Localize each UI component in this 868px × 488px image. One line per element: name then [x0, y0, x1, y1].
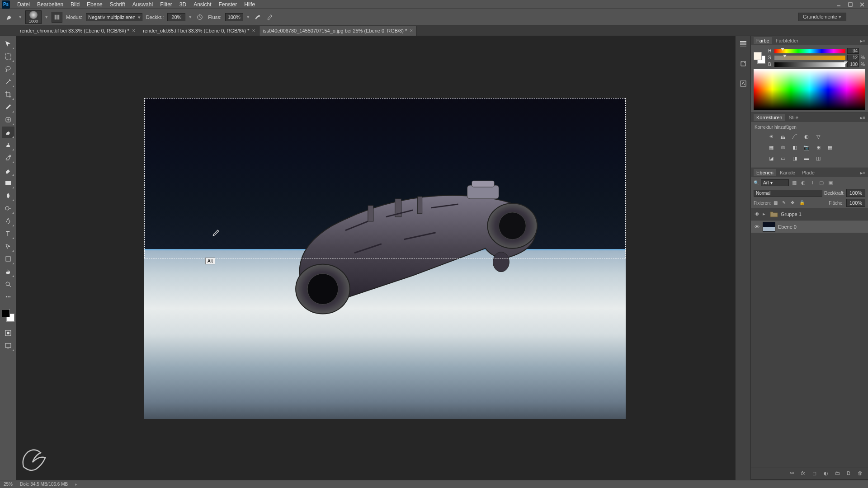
- history-brush-tool[interactable]: [2, 152, 14, 164]
- selective-color-icon[interactable]: ◫: [814, 154, 822, 162]
- lock-position-icon[interactable]: ✥: [791, 200, 797, 206]
- lock-all-icon[interactable]: 🔒: [799, 200, 805, 206]
- channel-mixer-icon[interactable]: ⊞: [814, 143, 822, 151]
- more-tools[interactable]: [2, 291, 14, 303]
- menu-schrift[interactable]: Schrift: [106, 0, 129, 9]
- tab-farbfelder[interactable]: Farbfelder: [773, 37, 801, 44]
- layer-blend-mode[interactable]: Normal: [754, 190, 822, 197]
- brush-tool[interactable]: [2, 127, 14, 138]
- minimize-button[interactable]: [833, 0, 844, 9]
- maximize-button[interactable]: [844, 0, 856, 9]
- menu-bearbeiten[interactable]: Bearbeiten: [33, 0, 67, 9]
- filter-shape-icon[interactable]: ▢: [818, 179, 825, 186]
- filter-adjust-icon[interactable]: ◐: [800, 179, 807, 186]
- quick-mask-tool[interactable]: [2, 327, 14, 339]
- saturation-input[interactable]: 12: [847, 55, 859, 61]
- layer-mask-icon[interactable]: ◻: [812, 470, 819, 477]
- dodge-tool[interactable]: [2, 202, 14, 214]
- brightness-contrast-icon[interactable]: ☀: [767, 132, 775, 141]
- tab-ebenen[interactable]: Ebenen: [754, 169, 776, 176]
- history-panel-icon[interactable]: [738, 39, 748, 49]
- photo-filter-icon[interactable]: 📷: [802, 143, 811, 151]
- black-white-icon[interactable]: ◧: [791, 143, 799, 151]
- toggle-brush-panel-icon[interactable]: [52, 12, 62, 23]
- brightness-input[interactable]: 100: [847, 61, 859, 67]
- color-balance-icon[interactable]: ⚖: [779, 143, 787, 151]
- layer-name[interactable]: Gruppe 1: [781, 211, 802, 217]
- canvas[interactable]: Alt: [16, 36, 735, 480]
- adjustment-layer-icon[interactable]: ◐: [824, 470, 830, 477]
- fg-color-swatch[interactable]: [754, 52, 762, 60]
- flow-input[interactable]: 100%: [225, 13, 243, 21]
- move-tool[interactable]: [2, 38, 14, 50]
- posterize-icon[interactable]: ▭: [779, 154, 787, 162]
- type-tool[interactable]: T: [2, 228, 14, 239]
- foreground-background-color[interactable]: [2, 309, 14, 322]
- visibility-toggle[interactable]: 👁: [754, 211, 760, 217]
- pen-tool[interactable]: [2, 215, 14, 227]
- eyedropper-tool[interactable]: [2, 101, 14, 113]
- hue-input[interactable]: 34: [847, 48, 859, 54]
- levels-icon[interactable]: [779, 132, 787, 141]
- tab-pfade[interactable]: Pfade: [799, 169, 817, 176]
- magic-wand-tool[interactable]: [2, 76, 14, 88]
- screen-mode-tool[interactable]: [2, 340, 14, 352]
- doc-tab-1[interactable]: render_old.65.tif bei 33.3% (Ebene 0, RG…: [139, 26, 259, 36]
- doc-tab-0[interactable]: render_chrome.tif bei 33.3% (Ebene 0, RG…: [16, 26, 139, 36]
- gradient-tool[interactable]: [2, 177, 14, 189]
- zoom-level[interactable]: 25%: [4, 482, 13, 487]
- hue-slider[interactable]: [774, 49, 845, 53]
- workspace-switcher[interactable]: Grundelemente ▾: [798, 13, 846, 21]
- layer-row-group[interactable]: 👁 ▸ Gruppe 1: [751, 208, 868, 221]
- tab-farbe[interactable]: Farbe: [754, 37, 772, 44]
- lasso-tool[interactable]: [2, 63, 14, 75]
- eraser-tool[interactable]: [2, 164, 14, 176]
- menu-fenster[interactable]: Fenster: [215, 0, 241, 9]
- filter-smart-icon[interactable]: ▣: [827, 179, 834, 186]
- menu-ansicht[interactable]: Ansicht: [190, 0, 215, 9]
- shape-tool[interactable]: [2, 253, 14, 265]
- crop-tool[interactable]: [2, 89, 14, 100]
- panel-menu-icon[interactable]: ▸≡: [860, 38, 865, 43]
- vibrance-icon[interactable]: ▽: [814, 132, 822, 141]
- threshold-icon[interactable]: ◨: [791, 154, 799, 162]
- path-select-tool[interactable]: [2, 240, 14, 252]
- lock-transparency-icon[interactable]: ▩: [774, 200, 779, 206]
- close-icon[interactable]: ×: [132, 28, 135, 34]
- new-group-icon[interactable]: 🗀: [835, 470, 842, 477]
- layer-opacity-input[interactable]: 100%: [846, 189, 865, 197]
- panel-menu-icon[interactable]: ▸≡: [860, 170, 865, 175]
- layer-filter-type[interactable]: Art ▾: [761, 179, 789, 186]
- filter-pixel-icon[interactable]: ▩: [791, 179, 798, 186]
- doc-size-info[interactable]: Dok: 34.5 MB/106.6 MB: [20, 482, 68, 487]
- menu-ebene[interactable]: Ebene: [83, 0, 106, 9]
- current-tool-icon[interactable]: [4, 11, 15, 23]
- layer-name[interactable]: Ebene 0: [778, 224, 797, 230]
- brush-preset-picker[interactable]: 1000: [25, 10, 42, 24]
- lock-pixels-icon[interactable]: ✎: [782, 200, 788, 206]
- healing-brush-tool[interactable]: [2, 114, 14, 126]
- tab-kanaele[interactable]: Kanäle: [777, 169, 798, 176]
- airbrush-icon[interactable]: [253, 13, 262, 22]
- delete-layer-icon[interactable]: 🗑: [858, 470, 864, 477]
- character-panel-icon[interactable]: [738, 79, 748, 89]
- close-icon[interactable]: ×: [410, 28, 413, 34]
- layer-style-icon[interactable]: fx: [801, 470, 808, 477]
- menu-filter[interactable]: Filter: [156, 0, 176, 9]
- panel-menu-icon[interactable]: ▸≡: [860, 115, 865, 120]
- new-layer-icon[interactable]: 🗋: [846, 470, 853, 477]
- menu-bild[interactable]: Bild: [67, 0, 83, 9]
- exposure-icon[interactable]: ◐: [802, 132, 811, 141]
- menu-auswahl[interactable]: Auswahl: [129, 0, 156, 9]
- gradient-map-icon[interactable]: ▬: [802, 154, 811, 162]
- pressure-size-icon[interactable]: [266, 13, 275, 22]
- pressure-opacity-icon[interactable]: [195, 13, 204, 22]
- menu-3d[interactable]: 3D: [176, 0, 190, 9]
- menu-hilfe[interactable]: Hilfe: [241, 0, 259, 9]
- invert-icon[interactable]: ◪: [767, 154, 775, 162]
- brightness-slider[interactable]: [774, 62, 845, 67]
- properties-panel-icon[interactable]: [738, 59, 748, 69]
- close-button[interactable]: [856, 0, 868, 9]
- clone-stamp-tool[interactable]: [2, 139, 14, 151]
- blur-tool[interactable]: [2, 190, 14, 202]
